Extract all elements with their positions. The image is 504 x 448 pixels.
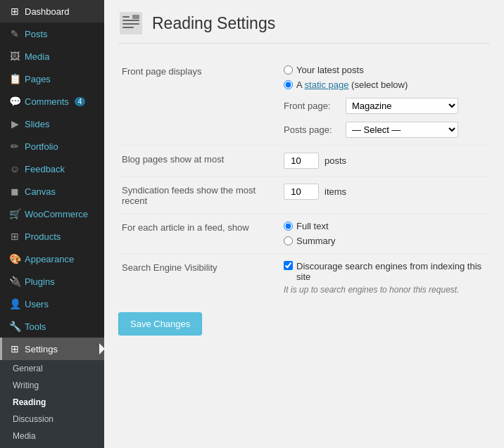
portfolio-icon: ✏ — [9, 141, 20, 152]
main-content: Reading Settings Front page displays You… — [104, 0, 504, 448]
syndication-input[interactable] — [284, 184, 319, 200]
blog-pages-input[interactable] — [284, 153, 319, 169]
feed-article-controls: Full text Summary — [280, 214, 490, 254]
syndication-label: Syndication feeds show the most recent — [118, 177, 280, 214]
feedback-icon: ☺ — [9, 163, 20, 174]
sidebar-item-posts[interactable]: ✎ Posts — [0, 23, 104, 45]
sidebar-item-label: Posts — [25, 29, 48, 39]
front-page-select-row: Front page: Magazine — [284, 98, 486, 114]
sidebar-item-label: Canvas — [25, 186, 56, 197]
feed-article-label: For each article in a feed, show — [118, 214, 280, 254]
syndication-suffix: items — [325, 186, 346, 197]
sidebar-item-media[interactable]: 🖼 Media — [0, 45, 104, 68]
svg-rect-4 — [122, 27, 134, 28]
sidebar-item-label: Slides — [25, 119, 49, 129]
blog-pages-controls: posts — [280, 146, 490, 177]
sidebar-item-pages[interactable]: 📋 Pages — [0, 68, 104, 90]
submenu-discussion[interactable]: Discussion — [0, 411, 104, 428]
syndication-input-row: items — [284, 184, 486, 200]
sidebar-item-products[interactable]: ⊞ Products — [0, 225, 104, 248]
blog-pages-label: Blog pages show at most — [118, 146, 280, 177]
posts-icon: ✎ — [9, 28, 20, 39]
sidebar-item-label: Settings — [25, 344, 58, 354]
users-icon: 👤 — [9, 298, 20, 309]
visibility-checkbox[interactable] — [284, 261, 293, 270]
sidebar: ⊞ Dashboard ✎ Posts 🖼 Media 📋 Pages 💬 Co… — [0, 0, 104, 448]
feed-article-row: For each article in a feed, show Full te… — [118, 214, 490, 254]
sidebar-item-label: Portfolio — [25, 141, 58, 152]
sidebar-item-feedback[interactable]: ☺ Feedback — [0, 158, 104, 180]
latest-posts-radio[interactable] — [284, 65, 293, 75]
summary-radio[interactable] — [284, 236, 293, 245]
front-page-label: Front page displays — [118, 58, 280, 146]
front-page-radio-group: Your latest posts A static page (select … — [284, 65, 486, 138]
sidebar-item-plugins[interactable]: 🔌 Plugins — [0, 270, 104, 293]
blog-pages-row: Blog pages show at most posts — [118, 146, 490, 177]
submenu-media[interactable]: Media — [0, 428, 104, 444]
posts-page-select-row: Posts page: — Select — — [284, 122, 486, 138]
full-text-label: Full text — [296, 221, 329, 231]
blog-pages-input-row: posts — [284, 153, 486, 169]
sidebar-item-label: Comments — [25, 96, 69, 107]
submenu-reading[interactable]: Reading — [0, 394, 104, 411]
static-page-radio[interactable] — [284, 80, 293, 89]
settings-icon: ⊞ — [9, 343, 20, 354]
svg-rect-1 — [122, 16, 130, 18]
sidebar-item-canvas[interactable]: ◼ Canvas — [0, 180, 104, 203]
visibility-checkbox-row: Discourage search engines from indexing … — [284, 261, 486, 282]
visibility-controls: Discourage search engines from indexing … — [280, 254, 490, 302]
settings-submenu: General Writing Reading Discussion Media… — [0, 360, 104, 448]
save-button[interactable]: Save Changes — [118, 312, 202, 335]
dashboard-icon: ⊞ — [9, 6, 20, 17]
posts-page-select[interactable]: — Select — — [346, 122, 458, 138]
posts-page-select-label: Posts page: — [284, 124, 340, 135]
products-icon: ⊞ — [9, 231, 20, 242]
sidebar-item-tools[interactable]: 🔧 Tools — [0, 315, 104, 338]
svg-rect-5 — [132, 15, 139, 19]
sidebar-item-settings[interactable]: ⊞ Settings — [0, 338, 104, 360]
plugins-icon: 🔌 — [9, 276, 20, 287]
front-page-select[interactable]: Magazine — [346, 98, 458, 114]
summary-label: Summary — [296, 236, 336, 246]
canvas-icon: ◼ — [9, 186, 20, 197]
sidebar-item-woocommerce[interactable]: 🛒 WooCommerce — [0, 203, 104, 225]
static-page-suffix: (select below) — [351, 79, 408, 90]
sidebar-item-label: Tools — [25, 321, 46, 332]
sidebar-item-appearance[interactable]: 🎨 Appearance — [0, 248, 104, 270]
sidebar-item-comments[interactable]: 💬 Comments 4 — [0, 90, 104, 113]
sidebar-item-portfolio[interactable]: ✏ Portfolio — [0, 135, 104, 158]
sidebar-item-users[interactable]: 👤 Users — [0, 293, 104, 315]
static-page-link[interactable]: static page — [305, 79, 349, 90]
sidebar-item-label: Appearance — [25, 254, 74, 264]
feed-article-radio-group: Full text Summary — [284, 221, 486, 246]
settings-form: Front page displays Your latest posts A … — [118, 58, 490, 302]
sidebar-item-label: Pages — [25, 74, 51, 84]
visibility-row: Search Engine Visibility Discourage sear… — [118, 254, 490, 302]
latest-posts-row: Your latest posts — [284, 65, 486, 75]
page-icon — [118, 11, 144, 36]
svg-rect-2 — [122, 20, 139, 21]
front-page-select-label: Front page: — [284, 101, 340, 111]
full-text-row: Full text — [284, 221, 486, 231]
sidebar-item-label: Users — [25, 299, 49, 309]
visibility-checkbox-label: Discourage search engines from indexing … — [296, 261, 486, 282]
front-page-controls: Your latest posts A static page (select … — [280, 58, 490, 146]
latest-posts-label: Your latest posts — [296, 65, 364, 75]
full-text-radio[interactable] — [284, 222, 293, 231]
sidebar-item-label: Dashboard — [25, 6, 70, 17]
syndication-row: Syndication feeds show the most recent i… — [118, 177, 490, 214]
pages-icon: 📋 — [9, 73, 20, 84]
sidebar-item-dashboard[interactable]: ⊞ Dashboard — [0, 0, 104, 23]
svg-rect-3 — [122, 23, 139, 25]
media-icon: 🖼 — [9, 51, 20, 62]
submenu-permalinks[interactable]: Permalinks — [0, 444, 104, 448]
blog-pages-suffix: posts — [325, 155, 346, 166]
submenu-writing[interactable]: Writing — [0, 377, 104, 394]
summary-row: Summary — [284, 236, 486, 246]
tools-icon: 🔧 — [9, 321, 20, 332]
front-page-row: Front page displays Your latest posts A … — [118, 58, 490, 146]
submenu-general[interactable]: General — [0, 360, 104, 377]
sidebar-item-label: WooCommerce — [25, 209, 88, 219]
sidebar-item-slides[interactable]: ▶ Slides — [0, 113, 104, 135]
woocommerce-icon: 🛒 — [9, 208, 20, 219]
